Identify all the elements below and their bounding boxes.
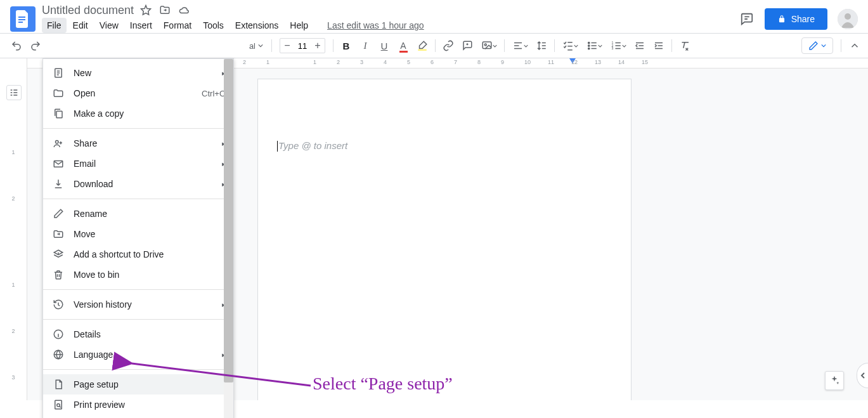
vertical-ruler: 121234567 [0,58,27,400]
dropdown-scrollbar[interactable] [224,59,233,418]
doc-title[interactable]: Untitled document [42,4,134,17]
cloud-status-icon[interactable] [178,4,190,16]
svg-point-15 [56,141,59,144]
underline-button[interactable]: U [375,37,393,55]
link-button[interactable] [439,37,457,55]
indent-button[interactable] [650,37,668,55]
star-icon[interactable] [140,4,152,16]
menu-item-label: Make a copy [74,108,226,119]
menu-item-download[interactable]: Download▸ [43,174,233,194]
redo-button[interactable] [27,37,44,55]
rename-icon [52,207,65,220]
svg-point-7 [588,42,589,43]
share-label: Share [791,14,815,24]
toolbar: al − 11 + B I U A 123 [0,33,868,58]
bullet-list-button[interactable] [583,37,606,55]
text-color-button[interactable]: A [394,37,412,55]
side-panel-handle[interactable] [857,363,868,388]
docs-logo[interactable] [10,6,36,32]
chevron-down-icon [622,44,626,48]
menu-item-version-history[interactable]: Version history▸ [43,294,233,315]
bold-button[interactable]: B [337,37,355,55]
menu-item-email[interactable]: Email▸ [43,153,233,174]
share-button[interactable]: Share [765,8,827,30]
svg-point-9 [588,48,589,49]
svg-rect-2 [18,22,23,23]
menu-tools[interactable]: Tools [198,18,229,33]
docs-logo-icon [16,10,30,28]
menu-item-label: Add a shortcut to Drive [74,249,226,259]
history-icon [52,298,65,311]
menu-item-label: Details [74,329,226,339]
font-size-increase[interactable]: + [311,39,325,53]
svg-rect-19 [55,400,62,409]
bin-icon [52,268,65,281]
menu-item-details[interactable]: Details [43,324,233,344]
menu-separator [43,369,233,370]
collapse-menu-button[interactable] [849,40,860,51]
menu-item-move[interactable]: Move [43,224,233,244]
outline-button[interactable] [6,85,22,100]
menu-view[interactable]: View [94,18,124,33]
editing-mode-button[interactable] [801,37,833,54]
last-edit-link[interactable]: Last edit was 1 hour ago [327,20,424,30]
app-header: Untitled document File Edit View Insert … [0,0,868,33]
menu-edit[interactable]: Edit [68,18,93,33]
lock-icon [777,15,786,23]
text-cursor [277,141,278,152]
menu-item-label: Print preview [74,400,226,410]
menu-item-print-preview[interactable]: Print preview [43,395,233,415]
numbered-list-button[interactable]: 123 [607,37,630,55]
menu-item-page-setup[interactable]: Page setup [43,374,233,395]
share-icon [52,137,65,150]
svg-rect-1 [18,19,25,20]
menu-item-label: Move [74,229,226,239]
chevron-down-icon [258,43,263,48]
menu-format[interactable]: Format [159,18,197,33]
undo-button[interactable] [8,37,25,55]
menu-item-language[interactable]: Language▸ [43,344,233,365]
align-button[interactable] [508,37,531,55]
user-avatar[interactable] [838,9,858,29]
highlight-color-button[interactable] [413,37,431,55]
chevron-down-icon [574,44,578,48]
menu-item-new[interactable]: New▸ [43,63,233,83]
menu-item-share[interactable]: Share▸ [43,133,233,153]
menu-help[interactable]: Help [285,18,313,33]
document-page[interactable]: Type @ to insert [257,79,632,400]
font-size-control: − 11 + [280,38,325,53]
comments-button[interactable] [739,11,755,27]
menu-item-open[interactable]: OpenCtrl+O [43,83,233,103]
svg-point-8 [588,45,589,46]
outdent-button[interactable] [631,37,649,55]
page-icon [52,378,65,391]
font-size-decrease[interactable]: − [280,39,294,53]
menu-item-rename[interactable]: Rename [43,204,233,224]
menu-item-label: Move to bin [74,270,226,280]
font-family-select[interactable]: al [237,38,268,53]
preview-icon [52,398,65,411]
svg-rect-0 [18,16,25,18]
download-icon [52,178,65,190]
image-button[interactable] [477,37,500,55]
checklist-button[interactable] [559,37,581,55]
line-spacing-button[interactable] [533,37,550,55]
comment-button[interactable] [458,37,476,55]
menu-file[interactable]: File [42,18,67,33]
italic-button[interactable]: I [356,37,374,55]
file-dropdown-menu: New▸OpenCtrl+OMake a copyShare▸Email▸Dow… [42,58,234,418]
chevron-down-icon [821,43,826,48]
explore-button[interactable] [825,371,844,390]
menu-item-make-a-copy[interactable]: Make a copy [43,103,233,124]
clear-formatting-button[interactable] [676,37,694,55]
menu-item-add-a-shortcut-to-drive[interactable]: Add a shortcut to Drive [43,244,233,265]
menu-extensions[interactable]: Extensions [230,18,283,33]
font-size-value[interactable]: 11 [294,41,311,51]
menu-item-move-to-bin[interactable]: Move to bin [43,265,233,285]
copy-icon [52,107,65,120]
move-to-folder-icon[interactable] [159,4,171,16]
menu-item-label: Open [74,88,193,98]
menu-separator [43,319,233,320]
doc-icon [52,67,65,79]
menu-insert[interactable]: Insert [125,18,157,33]
